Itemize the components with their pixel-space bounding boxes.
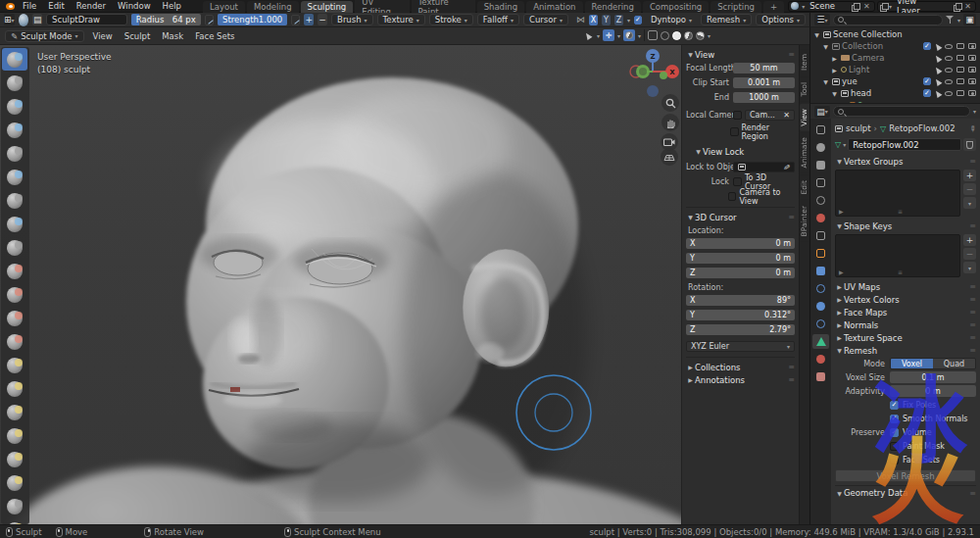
cursor-loc-z[interactable]: Z0 m <box>686 268 795 278</box>
scene-name[interactable]: Scene <box>808 1 849 11</box>
gizmos-toggle-icon[interactable]: ✛ <box>603 29 614 41</box>
tab-collection[interactable] <box>812 228 829 243</box>
camera-to-view-checkbox[interactable] <box>728 192 736 201</box>
shading-rendered-icon[interactable] <box>696 31 705 40</box>
properties-options-arrow[interactable]: ▾ <box>973 108 976 115</box>
add-workspace-button[interactable]: + <box>763 1 784 13</box>
new-collection-icon[interactable]: ▣ <box>963 14 976 25</box>
tool-layer[interactable] <box>2 166 27 188</box>
tool-blob[interactable] <box>2 213 27 235</box>
properties-search-input[interactable] <box>833 106 970 117</box>
strength-pressure-icon[interactable] <box>291 15 300 25</box>
blender-logo-icon[interactable] <box>4 1 16 12</box>
shape-keys-list[interactable]: ▶≡ + − ▾ <box>835 234 976 277</box>
radius-pressure-icon[interactable] <box>205 15 214 25</box>
cursor-rot-z[interactable]: Z2.79° <box>686 324 795 335</box>
mode-voxel-button[interactable]: Voxel <box>891 359 933 368</box>
fix-poles-checkbox[interactable]: ✓ <box>890 401 899 410</box>
cursor-loc-y[interactable]: Y0 m <box>686 253 795 264</box>
scene-unlink-icon[interactable]: ✕ <box>861 2 872 11</box>
outliner-row-camera[interactable]: ▶Camera <box>812 52 978 64</box>
shape-keys-header[interactable]: ▼Shape Keys≡ <box>835 220 976 232</box>
radius-slider[interactable]: Radius64 px <box>131 14 201 25</box>
brush-name-field[interactable]: SculptDraw <box>46 14 127 25</box>
tool-pose[interactable] <box>2 495 27 517</box>
menu-edit[interactable]: Edit <box>43 1 69 11</box>
remesh-dropdown[interactable]: Remesh▾ <box>701 14 752 25</box>
cursor-rot-x[interactable]: X89° <box>686 295 795 306</box>
ntab-item[interactable]: Item <box>800 49 809 75</box>
dyntopo-checkbox[interactable]: ✓ <box>634 16 642 24</box>
workspace-tab-scripting[interactable]: Scripting <box>710 1 761 13</box>
to-3d-cursor-checkbox[interactable] <box>733 177 742 186</box>
local-camera-checkbox[interactable] <box>733 111 742 120</box>
stroke-dropdown[interactable]: Stroke▾ <box>429 14 473 25</box>
collections-panel-header[interactable]: ▶Collections≡ <box>686 361 795 373</box>
annotations-panel-header[interactable]: ▶Annotations≡ <box>686 373 795 386</box>
add-brush-button[interactable]: + <box>304 14 314 25</box>
menu-file[interactable]: File <box>18 1 41 11</box>
mode-quad-button[interactable]: Quad <box>933 359 975 368</box>
view-panel-header[interactable]: ▼View≡ <box>686 48 795 61</box>
ntab-edit[interactable]: Edit <box>800 175 809 200</box>
smooth-normals-checkbox[interactable]: ✓ <box>890 415 899 423</box>
tool-snake-hook[interactable] <box>2 448 27 470</box>
properties-display-dropdown[interactable]: ▤▾ <box>814 106 830 118</box>
workspace-tab-compositing[interactable]: Compositing <box>643 1 709 13</box>
zoom-view-icon[interactable] <box>662 94 679 112</box>
tool-elastic-deform[interactable] <box>2 424 27 447</box>
view-layer-remove-icon[interactable]: ✕ <box>962 2 973 11</box>
preserve-volume-checkbox[interactable]: ✓ <box>890 428 899 437</box>
cursor-loc-x[interactable]: X0 m <box>686 238 795 249</box>
tool-smooth[interactable] <box>2 260 27 282</box>
menu-view[interactable]: View <box>90 31 116 41</box>
cursor-rot-y[interactable]: Y0.312° <box>686 310 795 320</box>
tool-fill[interactable] <box>2 307 27 329</box>
face-maps-header[interactable]: ▶Face Maps≡ <box>835 306 976 318</box>
tool-pinch[interactable] <box>2 377 27 400</box>
ntab-animate[interactable]: Animate <box>800 132 809 172</box>
tool-flatten[interactable] <box>2 283 27 306</box>
vg-add-button[interactable]: + <box>963 170 976 181</box>
tool-draw[interactable] <box>2 48 27 71</box>
browse-brush-icon[interactable]: ▤ <box>32 14 42 25</box>
geometry-data-header[interactable]: ▼Geometry Data≡ <box>835 485 976 498</box>
dyntopo-dropdown[interactable]: Dyntopo▾ <box>646 14 697 25</box>
vertex-colors-header[interactable]: ▶Vertex Colors≡ <box>835 293 976 306</box>
euler-mode-dropdown[interactable]: XYZ Euler▾ <box>686 341 795 352</box>
tool-clay-thumb[interactable] <box>2 142 27 165</box>
texture-dropdown[interactable]: Texture▾ <box>377 14 425 25</box>
xray-toggle-icon[interactable] <box>648 30 658 40</box>
symmetry-x-toggle[interactable]: X <box>589 15 598 25</box>
clip-start-field[interactable]: 0.001 m <box>733 77 795 88</box>
scene-selector[interactable]: ▾ Scene ✕ <box>788 1 875 12</box>
remove-brush-button[interactable]: − <box>318 14 327 25</box>
tool-clay-strips[interactable] <box>2 119 27 141</box>
tool-grab[interactable] <box>2 401 27 423</box>
pin-icon[interactable]: ✎ <box>967 122 978 133</box>
tab-scene[interactable] <box>812 193 829 208</box>
vg-specials-button[interactable]: ▾ <box>963 197 976 209</box>
shading-wireframe-icon[interactable] <box>661 31 669 40</box>
uv-maps-header[interactable]: ▶UV Maps≡ <box>835 280 976 293</box>
symmetry-y-toggle[interactable]: Y <box>602 15 611 25</box>
render-region-checkbox[interactable] <box>730 127 739 136</box>
cursor-panel-header[interactable]: ▼3D Cursor≡ <box>686 211 795 223</box>
tab-modifiers[interactable] <box>812 264 829 278</box>
menu-help[interactable]: Help <box>158 1 186 11</box>
tool-inflate[interactable] <box>2 189 27 212</box>
tool-clay[interactable] <box>2 95 27 118</box>
pan-view-icon[interactable] <box>662 114 679 131</box>
workspace-tab-shading[interactable]: Shading <box>477 1 525 13</box>
new-scene-icon[interactable] <box>852 3 858 10</box>
tab-output[interactable] <box>812 158 829 172</box>
outliner-row-light[interactable]: ▶Light <box>812 64 978 75</box>
workspace-tab-layout[interactable]: Layout <box>203 1 245 13</box>
face-sets-checkbox[interactable] <box>890 456 899 465</box>
tool-scrape[interactable] <box>2 330 27 353</box>
ntab-tool[interactable]: Tool <box>800 77 809 102</box>
tab-world[interactable] <box>812 211 829 225</box>
tool-crease[interactable] <box>2 236 27 259</box>
shading-solid-icon[interactable] <box>672 31 681 40</box>
workspace-tab-rendering[interactable]: Rendering <box>585 1 641 13</box>
